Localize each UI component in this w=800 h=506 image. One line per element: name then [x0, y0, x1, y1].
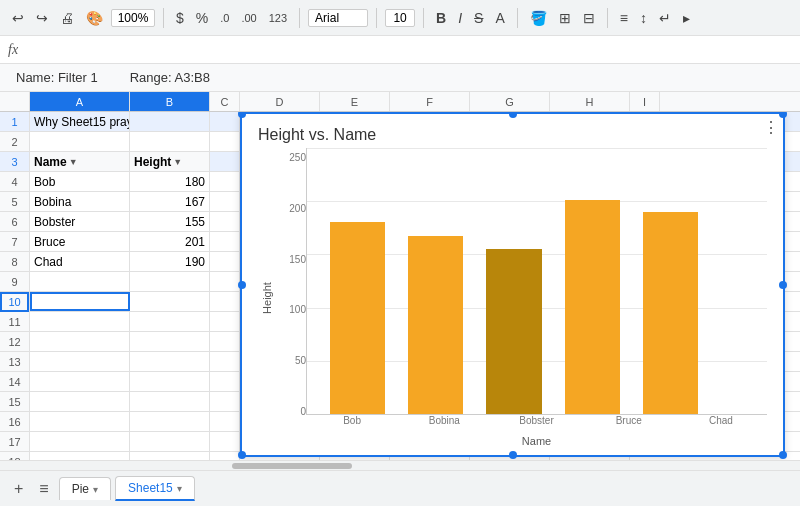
undo-button[interactable]: ↩ [8, 8, 28, 28]
col-header-D[interactable]: D [240, 92, 320, 111]
merge-button[interactable]: ⊟ [579, 8, 599, 28]
cell-C14[interactable] [210, 372, 240, 391]
col-header-H[interactable]: H [550, 92, 630, 111]
row-num-12[interactable]: 12 [0, 332, 29, 352]
valign-button[interactable]: ↕ [636, 8, 651, 28]
col-header-A[interactable]: A [30, 92, 130, 111]
cell-A7[interactable]: Bruce [30, 232, 130, 251]
chart-handle-bc[interactable] [509, 451, 517, 459]
cell-A13[interactable] [30, 352, 130, 371]
cell-B12[interactable] [130, 332, 210, 351]
row-num-10[interactable]: 10 [0, 292, 29, 312]
print-button[interactable]: 🖨 [56, 8, 78, 28]
chart-handle-bl[interactable] [238, 451, 246, 459]
font-selector[interactable]: Arial [308, 9, 368, 27]
col-header-G[interactable]: G [470, 92, 550, 111]
row-num-14[interactable]: 14 [0, 372, 29, 392]
italic-button[interactable]: I [454, 8, 466, 28]
chart-handle-ml[interactable] [238, 281, 246, 289]
row-num-17[interactable]: 17 [0, 432, 29, 452]
cell-C5[interactable] [210, 192, 240, 211]
row-num-16[interactable]: 16 [0, 412, 29, 432]
chart-more-button[interactable]: ⋮ [763, 118, 779, 137]
formula-input[interactable] [26, 42, 792, 57]
strikethrough-button[interactable]: S [470, 8, 487, 28]
cell-C2[interactable] [210, 132, 240, 151]
sheet-tab-Pie[interactable]: Pie ▾ [59, 477, 111, 500]
font-size-selector[interactable]: 10 [385, 9, 415, 27]
row-num-4[interactable]: 4 [0, 172, 29, 192]
row-num-18[interactable]: 18 [0, 452, 29, 460]
cell-A6[interactable]: Bobster [30, 212, 130, 231]
cell-B2[interactable] [130, 132, 210, 151]
cell-C10[interactable] [210, 292, 240, 311]
chart-handle-br[interactable] [779, 451, 787, 459]
bar-Bob[interactable] [330, 222, 385, 414]
cell-C3[interactable] [210, 152, 240, 171]
cell-B9[interactable] [130, 272, 210, 291]
cell-C17[interactable] [210, 432, 240, 451]
cell-B1[interactable] [130, 112, 210, 131]
cell-B4[interactable]: 180 [130, 172, 210, 191]
cell-A18[interactable] [30, 452, 130, 460]
currency-button[interactable]: $ [172, 8, 188, 28]
add-sheet-button[interactable]: + [8, 476, 29, 502]
cell-C11[interactable] [210, 312, 240, 331]
zoom-level[interactable]: 100% [111, 9, 155, 27]
cell-A14[interactable] [30, 372, 130, 391]
col-header-C[interactable]: C [210, 92, 240, 111]
font-color-button[interactable]: A [491, 8, 508, 28]
cell-C9[interactable] [210, 272, 240, 291]
chart-container[interactable]: ⋮ Height vs. Name Height 0 50 [240, 112, 785, 457]
paint-format-button[interactable]: 🎨 [82, 8, 107, 28]
cell-B10[interactable] [130, 292, 210, 311]
decimal-two-button[interactable]: .00 [237, 10, 260, 26]
cell-B18[interactable] [130, 452, 210, 460]
filter-icon-name[interactable]: ▼ [69, 157, 78, 167]
row-num-1[interactable]: 1 [0, 112, 29, 132]
cell-A2[interactable] [30, 132, 130, 151]
cell-B17[interactable] [130, 432, 210, 451]
more-formats-button[interactable]: ▸ [679, 8, 694, 28]
cell-B3[interactable]: Height ▼ [130, 152, 210, 171]
horizontal-scrollbar[interactable] [0, 460, 800, 470]
bar-Bobina[interactable] [408, 236, 463, 414]
cell-B11[interactable] [130, 312, 210, 331]
bar-Bruce[interactable] [565, 200, 620, 414]
col-header-E[interactable]: E [320, 92, 390, 111]
row-num-6[interactable]: 6 [0, 212, 29, 232]
wrap-button[interactable]: ↵ [655, 8, 675, 28]
chart-handle-mr[interactable] [779, 281, 787, 289]
row-num-7[interactable]: 7 [0, 232, 29, 252]
cell-B13[interactable] [130, 352, 210, 371]
bar-Bobster[interactable] [486, 249, 541, 414]
cell-B15[interactable] [130, 392, 210, 411]
cell-C15[interactable] [210, 392, 240, 411]
cell-C16[interactable] [210, 412, 240, 431]
borders-button[interactable]: ⊞ [555, 8, 575, 28]
row-num-2[interactable]: 2 [0, 132, 29, 152]
cell-A11[interactable] [30, 312, 130, 331]
redo-button[interactable]: ↪ [32, 8, 52, 28]
decimal-zero-button[interactable]: .0 [216, 10, 233, 26]
sheet-tab-Pie-chevron[interactable]: ▾ [93, 484, 98, 495]
cell-A16[interactable] [30, 412, 130, 431]
bar-Chad[interactable] [643, 212, 698, 414]
cell-C7[interactable] [210, 232, 240, 251]
align-button[interactable]: ≡ [616, 8, 632, 28]
cell-B8[interactable]: 190 [130, 252, 210, 271]
col-header-I[interactable]: I [630, 92, 660, 111]
row-num-11[interactable]: 11 [0, 312, 29, 332]
col-header-F[interactable]: F [390, 92, 470, 111]
row-num-9[interactable]: 9 [0, 272, 29, 292]
cell-B16[interactable] [130, 412, 210, 431]
cell-A1[interactable]: Why Sheet15 pray? [30, 112, 130, 131]
row-num-3[interactable]: 3 [0, 152, 29, 172]
cell-C1[interactable] [210, 112, 240, 131]
cell-C4[interactable] [210, 172, 240, 191]
cell-B6[interactable]: 155 [130, 212, 210, 231]
cell-A5[interactable]: Bobina [30, 192, 130, 211]
percent-button[interactable]: % [192, 8, 212, 28]
sheet-tab-Sheet15[interactable]: Sheet15 ▾ [115, 476, 195, 501]
bold-button[interactable]: B [432, 8, 450, 28]
